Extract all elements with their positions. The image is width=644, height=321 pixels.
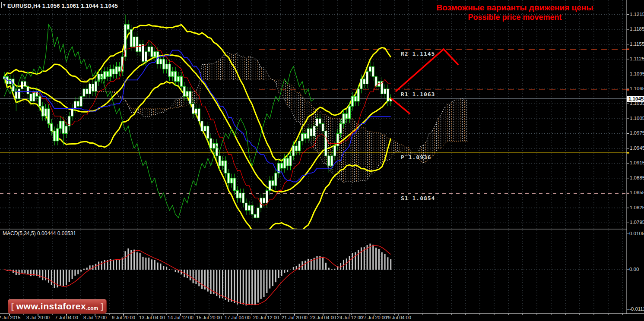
price-axis-label: 1.0855: [630, 190, 644, 195]
price-axis-label: 1.0915: [630, 160, 644, 165]
price-axis-label: 1.1065: [630, 86, 644, 91]
grid-layer: [0, 0, 627, 314]
macd-axis-max: 0.01052: [629, 231, 644, 236]
time-axis-label: 29 Jul 04:00: [379, 315, 418, 320]
mt4-chart-window: ▼ EURUSD,H4 1.1056 1.1061 1.1044 1.1045 …: [0, 0, 644, 321]
watermark-bracket-left: [: [9, 302, 16, 311]
macd-indicator-label: MACD(5,34,5) 0.00444 0.00531: [3, 230, 76, 236]
pivot-label-s1: S1 1.0854: [401, 195, 435, 201]
watermark-bracket-right: ]: [98, 302, 106, 311]
annotation-line-en: Possible price movement: [433, 13, 597, 22]
pivot-label-r1: R1 1.1063: [401, 91, 435, 98]
price-axis-label: 1.1035: [630, 101, 644, 106]
pivot-label-r2: R2 1.1145: [401, 50, 435, 57]
pivot-label-p: P 1.0936: [401, 154, 431, 160]
price-axis-label: 1.1005: [630, 116, 644, 121]
symbol-ohlc-label: EURUSD,H4 1.1056 1.1061 1.1044 1.1045: [7, 3, 118, 9]
price-axis-label: 1.1125: [630, 56, 644, 61]
price-axis-label: 1.0885: [630, 175, 644, 180]
watermark-domain: .com: [86, 305, 98, 313]
price-axis-label: 1.1215: [630, 12, 644, 17]
price-axis-label: 1.1095: [630, 71, 644, 76]
projection-arrows: [392, 49, 458, 113]
price-axis-label: 1.0825: [630, 205, 644, 210]
macd-axis-zero: 0.00: [629, 267, 639, 272]
chart-shift-icon[interactable]: ▼: [1, 2, 6, 8]
price-axis-label: 1.0945: [630, 145, 644, 151]
ichimoku-cloud: [81, 52, 468, 183]
price-axis-label: 1.0975: [630, 130, 644, 135]
price-axis-label: 1.1185: [630, 26, 644, 31]
instaforex-watermark: [ www.instaforex .com ]: [8, 299, 107, 314]
macd-layer: [4, 244, 392, 305]
watermark-text: www.instaforex: [16, 301, 86, 312]
macd-axis-min: -0.01115: [629, 306, 644, 312]
price-axis-label: 1.0795: [630, 220, 644, 225]
price-axis-label: 1.1155: [630, 41, 644, 47]
annotation-line-ru: Возможные варианты движения цены: [433, 3, 597, 13]
chart-canvas[interactable]: [0, 0, 644, 321]
annotation-text: Возможные варианты движения цены Possibl…: [433, 3, 597, 22]
